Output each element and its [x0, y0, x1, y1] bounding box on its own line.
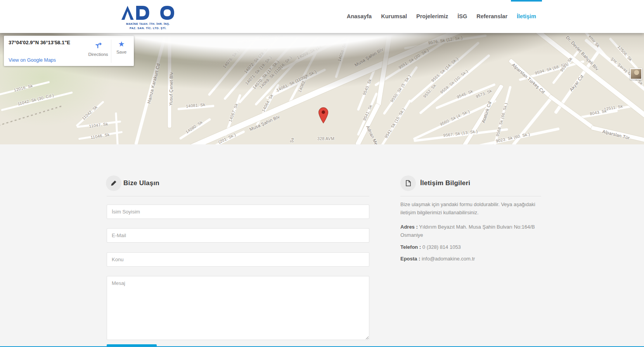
street-label: Şa — [289, 137, 294, 143]
street-label: 9560. Sk (4. Sk.) — [439, 109, 471, 127]
street-label: Alparslan Tür — [602, 129, 630, 140]
street-label: 11042. Sk — [81, 104, 99, 121]
nav-item-anasayfa[interactable]: Anasayfa — [347, 0, 372, 33]
info-heading-icon-circle — [400, 175, 416, 191]
nav-item-kurumsal[interactable]: Kurumsal — [381, 0, 407, 33]
contact-section: Bize Ulaşın İletişim Bilgileri Bize ulaş… — [0, 144, 644, 347]
document-icon — [405, 180, 411, 186]
nav-item-referanslar[interactable]: Referanslar — [476, 0, 507, 33]
ado-logo[interactable]: MAKİNE TAAH. İTH. İHR. İNŞ. PAZ. SAN. Tİ… — [121, 6, 175, 30]
street-label: Adnan Me — [365, 125, 379, 144]
street-label: 11047. Sk — [89, 121, 108, 128]
info-divider — [400, 196, 541, 196]
location-info-card: 37°04'02.9"N 36°13'58.1"E View on Google… — [4, 36, 134, 66]
email-value: info@adomakine.com.tr — [422, 256, 475, 262]
street-label: 9568. Sk (66. Sk.) — [495, 102, 509, 137]
street-label: 9550. Sk (5. Sk.) — [389, 74, 412, 103]
street-label: Hamza Karakurt Cd — [146, 63, 161, 104]
directions-icon — [93, 40, 103, 49]
street-label: Yusuf Çenet Blv — [168, 72, 174, 106]
info-intro-text: Bize ulaşmak için yandaki formu doldurab… — [400, 200, 545, 217]
main-nav: Anasayfa Kurumsal Projelerimiz İSG Refer… — [347, 0, 536, 33]
nav-item-projelerimiz[interactable]: Projelerimiz — [416, 0, 448, 33]
email-label: Eposta : — [400, 256, 420, 262]
map-canvas[interactable]: Alahanlı Cd14076. Sk (33. Sk.)14072. Sk … — [0, 33, 644, 144]
logo-subtitle-2: PAZ. SAN. TİC. LTD. ŞTİ. — [121, 26, 175, 30]
street-label: 12016. Sk — [13, 83, 33, 92]
email-row: Eposta : info@adomakine.com.tr — [400, 255, 545, 263]
pen-icon — [111, 180, 117, 186]
street-label: 9023. Sk (60. Sk.) — [495, 132, 530, 143]
header: MAKİNE TAAH. İTH. İHR. İNŞ. PAZ. SAN. Tİ… — [0, 0, 644, 33]
form-divider — [107, 196, 369, 196]
view-on-google-maps-link[interactable]: View on Google Maps — [9, 57, 85, 63]
save-button[interactable]: ★ Save — [111, 40, 132, 63]
email-input[interactable] — [107, 228, 369, 243]
message-textarea[interactable] — [107, 276, 369, 340]
street-label: 9540. Sk — [362, 78, 372, 95]
page: MAKİNE TAAH. İTH. İHR. İNŞ. PAZ. SAN. Tİ… — [0, 0, 644, 347]
street-label: 14067. Sk — [228, 102, 239, 122]
streetview-avatar[interactable] — [630, 68, 642, 80]
phone-label: Telefon : — [400, 244, 421, 250]
phone-row: Telefon : 0 (328) 814 1053 — [400, 243, 545, 251]
coordinates-text: 37°04'02.9"N 36°13'58.1"E — [9, 40, 85, 45]
street-label: Alparslan Türkeş Cd — [511, 62, 546, 94]
form-title: Bize Ulaşın — [123, 175, 159, 191]
address-row: Adres : Yıldırım Beyazıt Mah. Musa Şahin… — [400, 223, 545, 239]
ado-logo-mark — [121, 6, 175, 20]
nav-item-iletisim[interactable]: İletişim — [517, 0, 536, 33]
street-label: 14080. Sk — [185, 120, 203, 134]
street-label: Akyar Cd — [569, 74, 584, 92]
phone-value: 0 (328) 814 1053 — [422, 244, 461, 250]
street-label: 11046. Sk — [90, 132, 110, 140]
street-label: 11042. Sk (30. Cd.) — [17, 93, 54, 106]
info-title: İletişim Bilgileri — [420, 175, 470, 191]
subject-input[interactable] — [107, 252, 369, 267]
logo-subtitle-1: MAKİNE TAAH. İTH. İHR. İNŞ. — [121, 22, 175, 26]
form-heading-icon-circle — [106, 175, 121, 191]
nav-item-isg[interactable]: İSG — [457, 0, 467, 33]
address-label: Adres : — [400, 224, 418, 230]
street-label: 12506. Sk — [617, 44, 633, 62]
address-value: Yıldırım Beyazıt Mah. Musa Şahin Bulvarı… — [400, 224, 535, 238]
name-input[interactable] — [107, 205, 369, 219]
directions-button[interactable]: Directions — [85, 40, 111, 63]
star-icon: ★ — [118, 40, 125, 48]
street-label: 328 AVM — [317, 136, 334, 141]
map-marker-icon[interactable] — [318, 107, 329, 124]
